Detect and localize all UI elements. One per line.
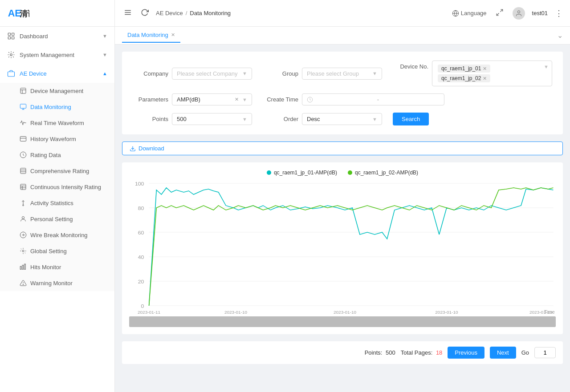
sidebar-item-real-time-waveform[interactable]: Real Time Waveform xyxy=(0,115,114,131)
svg-point-33 xyxy=(23,284,23,285)
language-label: Language xyxy=(461,10,487,16)
tab-expand-icon[interactable]: ⌄ xyxy=(557,31,563,40)
filter-panel: Company Please select Company ▼ Group Pl… xyxy=(122,52,563,134)
create-time-input[interactable]: - xyxy=(302,93,444,105)
breadcrumb: AE Device / Data Monitoring xyxy=(156,10,231,16)
svg-rect-21 xyxy=(20,184,26,190)
sidebar-item-history-waveform[interactable]: History Waveform xyxy=(0,131,114,147)
company-field: Company Please select Company ▼ xyxy=(133,68,252,80)
device-no-arrow-icon: ▼ xyxy=(544,64,549,69)
tab-close-icon[interactable]: ✕ xyxy=(171,32,175,38)
previous-button[interactable]: Previous xyxy=(448,347,484,359)
download-label: Download xyxy=(138,145,164,152)
dashboard-arrow: ▼ xyxy=(102,33,107,39)
svg-rect-8 xyxy=(8,72,15,77)
ae-device-submenu: Device Management Data Monitoring Real T… xyxy=(0,83,114,291)
sidebar-item-warning-monitor[interactable]: Warning Monitor xyxy=(0,275,114,291)
chart-scrollbar-thumb[interactable] xyxy=(129,316,556,327)
svg-rect-30 xyxy=(22,265,24,269)
sidebar-item-continuous-intensity-rating[interactable]: Continuous Intensity Rating xyxy=(0,179,114,195)
sidebar-item-activity-statistics[interactable]: Activity Statistics xyxy=(0,195,114,211)
svg-text:100: 100 xyxy=(135,181,144,186)
download-button[interactable]: Download xyxy=(122,141,563,155)
username-label: test01 xyxy=(532,10,548,16)
sidebar-item-ae-device[interactable]: AE Device ▲ xyxy=(0,64,114,83)
pagination-points-label: Points: 500 xyxy=(365,349,395,356)
legend-dot-1 xyxy=(267,170,271,175)
sidebar-item-personal-setting[interactable]: Personal Setting xyxy=(0,211,114,227)
company-placeholder: Please select Company xyxy=(177,70,240,77)
sidebar-item-hits-monitor[interactable]: Hits Monitor xyxy=(0,259,114,275)
tab-data-monitoring[interactable]: Data Monitoring ✕ xyxy=(122,28,180,43)
points-arrow-icon: ▼ xyxy=(242,117,247,122)
ae-device-arrow: ▲ xyxy=(102,71,107,76)
tab-label: Data Monitoring xyxy=(127,32,168,38)
breadcrumb-separator: / xyxy=(186,10,187,16)
company-select[interactable]: Please select Company ▼ xyxy=(172,68,252,80)
device-no-select[interactable]: qc_raem1_jp_01 ✕ qc_raem1_jp_02 ✕ xyxy=(432,61,552,86)
go-label: Go xyxy=(521,349,529,356)
sidebar-item-data-monitoring[interactable]: Data Monitoring xyxy=(0,99,114,115)
group-field: Group Please select Group ▼ xyxy=(263,68,382,80)
legend-label-2: qc_raem1_jp_02-AMP(dB) xyxy=(355,170,418,176)
user-icon xyxy=(515,10,522,17)
svg-text:2023-01-10: 2023-01-10 xyxy=(334,310,356,314)
rating-data-label: Rating Data xyxy=(30,152,61,158)
system-management-label: System Management xyxy=(20,52,102,58)
sidebar-item-rating-data[interactable]: Rating Data xyxy=(0,147,114,163)
comp-icon xyxy=(20,167,27,174)
hits-monitor-label: Hits Monitor xyxy=(30,264,61,271)
svg-point-41 xyxy=(517,11,520,13)
points-number: 500 xyxy=(386,349,395,356)
search-button[interactable]: Search xyxy=(393,113,429,125)
history-waveform-label: History Waveform xyxy=(30,136,76,142)
svg-text:2023-01-10: 2023-01-10 xyxy=(435,310,458,314)
filter-row-1: Company Please select Company ▼ Group Pl… xyxy=(133,61,552,86)
waveform-icon xyxy=(20,119,27,126)
clock-icon xyxy=(307,97,313,103)
device-tag-2-close[interactable]: ✕ xyxy=(483,76,487,81)
order-field: Order Desc ▼ xyxy=(263,113,382,125)
next-button[interactable]: Next xyxy=(490,347,516,359)
topbar-left: AE Device / Data Monitoring xyxy=(122,7,447,20)
warning-icon xyxy=(20,279,27,287)
chart-svg: 100 80 60 40 20 0 xyxy=(129,181,556,315)
menu-toggle-button[interactable] xyxy=(122,7,134,20)
refresh-button[interactable] xyxy=(139,7,151,20)
sidebar-item-dashboard[interactable]: Dashboard ▼ xyxy=(0,27,114,45)
sidebar-item-global-setting[interactable]: Global Setting xyxy=(0,243,114,259)
settings-icon xyxy=(7,51,15,59)
order-select[interactable]: Desc ▼ xyxy=(302,113,382,125)
content-area: Company Please select Company ▼ Group Pl… xyxy=(115,44,570,392)
fullscreen-button[interactable] xyxy=(494,7,505,20)
sidebar: AE 清诚 Dashboard ▼ System Management ▼ xyxy=(0,0,115,392)
chart-scrollbar[interactable] xyxy=(129,316,556,327)
device-tag-2-label: qc_raem1_jp_02 xyxy=(441,75,481,81)
create-time-field: Create Time - xyxy=(263,93,444,105)
device-tag-1-close[interactable]: ✕ xyxy=(483,66,487,72)
real-time-waveform-label: Real Time Waveform xyxy=(30,120,84,126)
fullscreen-icon xyxy=(496,8,504,16)
total-pages-label: Total Pages: xyxy=(401,349,433,356)
sidebar-item-wire-break-monitoring[interactable]: Wire Break Monitoring xyxy=(0,227,114,243)
sidebar-item-comprehensive-rating[interactable]: Comprehensive Rating xyxy=(0,163,114,179)
logo-icon: AE 清诚 xyxy=(7,5,29,21)
group-select[interactable]: Please select Group ▼ xyxy=(302,68,382,80)
svg-text:20: 20 xyxy=(138,279,144,284)
points-field: Points 500 ▼ xyxy=(133,113,252,125)
sidebar-item-system-management[interactable]: System Management ▼ xyxy=(0,45,114,64)
go-input[interactable] xyxy=(534,347,556,358)
date-dash: - xyxy=(377,96,379,103)
parameters-select[interactable]: AMP(dB) ✕ ▼ xyxy=(172,93,252,105)
system-management-arrow: ▼ xyxy=(102,52,107,57)
group-placeholder: Please select Group xyxy=(307,70,370,77)
order-value: Desc xyxy=(307,116,370,122)
points-select[interactable]: 500 ▼ xyxy=(172,113,252,125)
svg-rect-29 xyxy=(20,267,21,270)
language-button[interactable]: Language xyxy=(452,10,487,17)
parameters-clear-icon[interactable]: ✕ xyxy=(235,97,239,102)
more-button[interactable]: ⋮ xyxy=(555,8,563,18)
sidebar-item-device-management[interactable]: Device Management xyxy=(0,83,114,99)
group-arrow-icon: ▼ xyxy=(372,71,377,76)
legend-item-2: qc_raem1_jp_02-AMP(dB) xyxy=(348,170,418,176)
